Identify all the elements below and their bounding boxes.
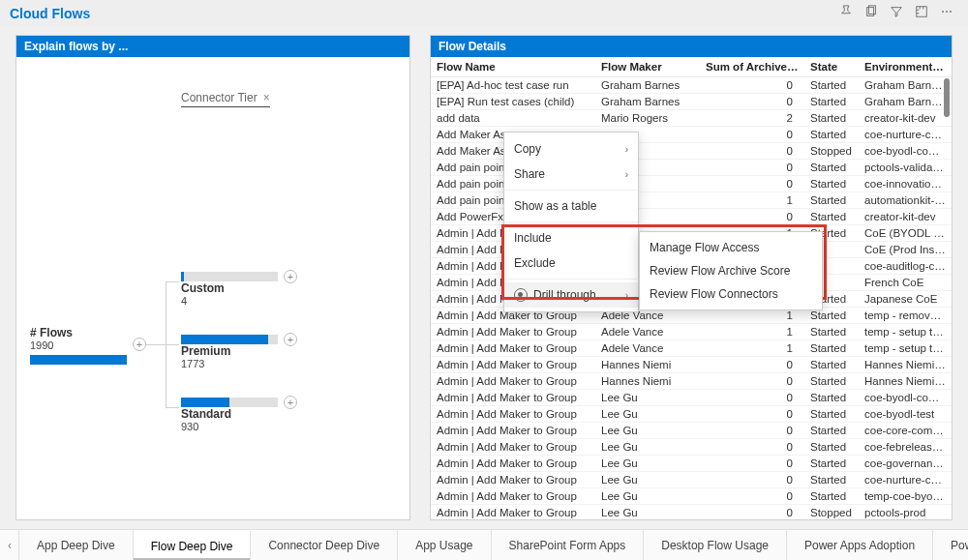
drill-review-connectors[interactable]: Review Flow Connectors bbox=[640, 282, 822, 306]
cell-archive-score: 0 bbox=[700, 143, 804, 160]
more-icon[interactable]: ⋯ bbox=[939, 4, 954, 19]
tab-flow-deep-dive[interactable]: Flow Deep Dive bbox=[134, 530, 252, 560]
filter-icon[interactable] bbox=[889, 4, 904, 19]
cell-env: automationkit-main-dev bbox=[859, 192, 952, 209]
table-row[interactable]: Admin | Add Maker to GroupLee Gu0Started… bbox=[431, 406, 952, 423]
table-row[interactable]: Admin | Add Maker to GroupHannes Niemi0S… bbox=[431, 373, 952, 390]
cell-flow-maker: Hannes Niemi bbox=[595, 373, 700, 390]
table-row[interactable]: add dataMario Rogers2Startedcreator-kit-… bbox=[431, 110, 952, 127]
table-row[interactable]: Admin | Add Maker to GroupLee Gu0Started… bbox=[431, 472, 952, 488]
col-flow-name[interactable]: Flow Name bbox=[431, 57, 595, 77]
tab-connector-deep-dive[interactable]: Connector Deep Dive bbox=[251, 530, 398, 560]
expand-premium-button[interactable]: + bbox=[284, 333, 297, 346]
tab-power-apps-adoption[interactable]: Power Apps Adoption bbox=[787, 530, 933, 560]
ctx-separator bbox=[504, 279, 638, 280]
decomp-child-standard[interactable]: Standard 930 bbox=[181, 394, 278, 432]
col-state[interactable]: State bbox=[804, 57, 859, 77]
drill-review-archive-score[interactable]: Review Flow Archive Score bbox=[640, 259, 822, 282]
expand-root-button[interactable]: + bbox=[133, 338, 146, 351]
decomp-root-node[interactable]: # Flows 1990 bbox=[30, 326, 127, 365]
cell-flow-maker: Lee Gu bbox=[595, 505, 700, 520]
tab-app-deep-dive[interactable]: App Deep Dive bbox=[19, 530, 134, 560]
col-flow-maker[interactable]: Flow Maker bbox=[595, 57, 700, 77]
table-row[interactable]: Admin | Add Maker to GroupAdele Vance1St… bbox=[431, 340, 952, 357]
cell-env: temp - setup testing 4 bbox=[859, 340, 952, 357]
cell-flow-maker: Lee Gu bbox=[595, 390, 700, 406]
child1-bar bbox=[181, 272, 278, 281]
tab-app-usage[interactable]: App Usage bbox=[398, 530, 491, 560]
table-row[interactable]: Admin | Add Maker to GroupLee Gu0Started… bbox=[431, 390, 952, 406]
cell-env: coe-byodl-test bbox=[859, 406, 952, 423]
focus-icon[interactable] bbox=[914, 4, 929, 19]
cell-state: Started bbox=[804, 127, 859, 143]
child1-value: 4 bbox=[181, 295, 278, 307]
drill-through-icon bbox=[514, 288, 528, 302]
cell-archive-score: 0 bbox=[700, 357, 804, 373]
col-archive-score[interactable]: Sum of Archive Score bbox=[700, 57, 804, 77]
remove-field-icon[interactable]: × bbox=[263, 91, 270, 104]
drill-manage-flow-access[interactable]: Manage Flow Access bbox=[640, 236, 822, 259]
cell-flow-name: [EPA] Run test cases (child) bbox=[431, 94, 595, 110]
expand-standard-button[interactable]: + bbox=[284, 396, 297, 409]
ctx-copy[interactable]: Copy› bbox=[504, 136, 638, 162]
child3-label: Standard bbox=[181, 407, 278, 421]
root-label: # Flows bbox=[30, 326, 127, 339]
ctx-show-as-table[interactable]: Show as a table bbox=[504, 193, 638, 219]
table-row[interactable]: Admin | Add Maker to GroupAdele Vance1St… bbox=[431, 324, 952, 340]
cell-state: Started bbox=[804, 439, 859, 456]
child2-label: Premium bbox=[181, 344, 278, 358]
cell-archive-score: 0 bbox=[700, 456, 804, 472]
ctx-drill-label: Drill through bbox=[533, 288, 596, 302]
chevron-right-icon: › bbox=[625, 169, 628, 180]
cell-env: coe-febrelease-test bbox=[859, 439, 952, 456]
table-row[interactable]: Admin | Add Maker to GroupLee Gu0Stopped… bbox=[431, 505, 952, 520]
ctx-include[interactable]: Include bbox=[504, 225, 638, 251]
decomp-child-premium[interactable]: Premium 1773 bbox=[181, 331, 278, 369]
drill-through-submenu[interactable]: Manage Flow Access Review Flow Archive S… bbox=[639, 231, 823, 310]
ctx-show-table-label: Show as a table bbox=[514, 199, 596, 213]
cell-archive-score: 0 bbox=[700, 94, 804, 110]
copy-icon[interactable] bbox=[863, 4, 879, 19]
pin-icon[interactable] bbox=[838, 4, 854, 19]
cell-flow-name: Admin | Add Maker to Group bbox=[431, 472, 595, 488]
cell-state: Started bbox=[804, 324, 859, 340]
cell-flow-maker: Graham Barnes bbox=[595, 77, 700, 94]
cell-flow-name: Admin | Add Maker to Group bbox=[431, 439, 595, 456]
cell-state: Started bbox=[804, 160, 859, 176]
decomp-child-custom[interactable]: Custom 4 bbox=[181, 268, 278, 307]
cell-state: Started bbox=[804, 472, 859, 488]
decomp-tree-visual[interactable]: Explain flows by ... Connector Tier × # … bbox=[15, 35, 410, 520]
cell-env: pctools-prod bbox=[859, 505, 952, 520]
ctx-drill-through[interactable]: Drill through › bbox=[504, 282, 638, 308]
ctx-share[interactable]: Share› bbox=[504, 162, 638, 187]
expand-custom-button[interactable]: + bbox=[284, 270, 297, 283]
cell-state: Started bbox=[804, 110, 859, 127]
tab-sharepoint-form-apps[interactable]: SharePoint Form Apps bbox=[492, 530, 645, 560]
cell-state: Started bbox=[804, 456, 859, 472]
table-row[interactable]: Admin | Add Maker to GroupHannes Niemi0S… bbox=[431, 357, 952, 373]
visual-toolbar: ⋯ bbox=[838, 4, 954, 19]
tab-nav-prev[interactable]: ‹ bbox=[0, 530, 19, 560]
ctx-exclude[interactable]: Exclude bbox=[504, 251, 638, 276]
scrollbar-thumb[interactable] bbox=[944, 78, 950, 117]
table-row[interactable]: Admin | Add Maker to GroupLee Gu0Started… bbox=[431, 439, 952, 456]
drill-opt3-label: Review Flow Connectors bbox=[650, 287, 778, 301]
col-env-name[interactable]: Environment Name bbox=[859, 57, 952, 77]
tab-desktop-flow-usage[interactable]: Desktop Flow Usage bbox=[644, 530, 787, 560]
cell-archive-score: 0 bbox=[700, 439, 804, 456]
child3-bar bbox=[181, 398, 278, 407]
cell-env: creator-kit-dev bbox=[859, 110, 952, 127]
report-tabs: ‹ App Deep DiveFlow Deep DiveConnector D… bbox=[0, 529, 968, 560]
cell-archive-score: 0 bbox=[700, 505, 804, 520]
table-row[interactable]: Admin | Add Maker to GroupLee Gu0Started… bbox=[431, 456, 952, 472]
decomp-field-header[interactable]: Connector Tier × bbox=[181, 91, 270, 104]
cell-state: Started bbox=[804, 176, 859, 192]
table-row[interactable]: Admin | Add Maker to GroupLee Gu0Started… bbox=[431, 488, 952, 505]
cell-env: CoE (BYODL Prod Install) bbox=[859, 225, 952, 242]
context-menu[interactable]: Copy› Share› Show as a table Include Exc… bbox=[503, 132, 639, 312]
table-row[interactable]: Admin | Add Maker to GroupLee Gu0Started… bbox=[431, 423, 952, 439]
tab-power-platform-yoy-adopti[interactable]: Power Platform YoY Adopti bbox=[933, 530, 968, 560]
decomp-title: Explain flows by ... bbox=[16, 36, 409, 57]
table-row[interactable]: [EPA] Ad-hoc test case runGraham Barnes0… bbox=[431, 77, 952, 94]
table-row[interactable]: [EPA] Run test cases (child)Graham Barne… bbox=[431, 94, 952, 110]
